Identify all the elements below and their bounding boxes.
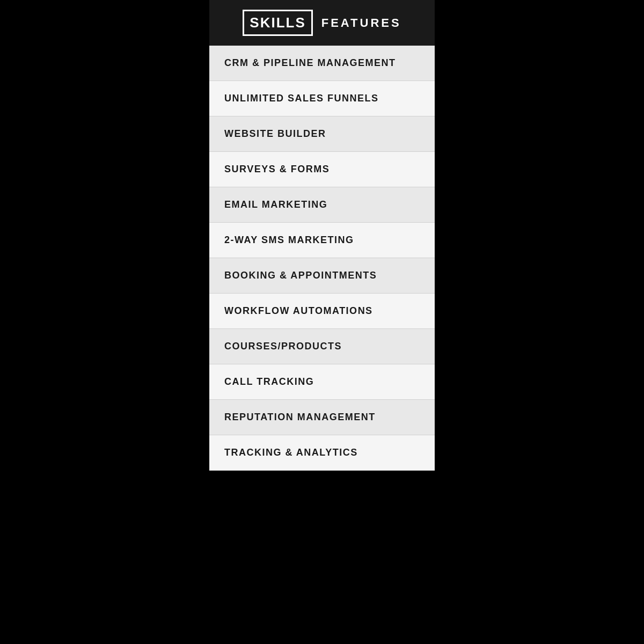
feature-item-tracking-analytics[interactable]: TRACKING & ANALYTICS <box>209 435 435 471</box>
feature-item-unlimited-funnels[interactable]: UNLIMITED SALES FUNNELS <box>209 81 435 116</box>
logo-text: SKILLS <box>250 14 305 31</box>
main-panel: SKILLS FEATURES CRM & PIPELINE MANAGEMEN… <box>209 0 435 471</box>
feature-item-courses-products[interactable]: COURSES/PRODUCTS <box>209 329 435 364</box>
header: SKILLS FEATURES <box>209 0 435 46</box>
feature-item-call-tracking[interactable]: CALL TRACKING <box>209 364 435 400</box>
features-label: FEATURES <box>321 16 401 30</box>
feature-item-booking-appointments[interactable]: BOOKING & APPOINTMENTS <box>209 258 435 294</box>
feature-item-website-builder[interactable]: WEBSITE BUILDER <box>209 116 435 152</box>
feature-item-workflow-automations[interactable]: WORKFLOW AUTOMATIONS <box>209 294 435 329</box>
features-list: CRM & PIPELINE MANAGEMENTUNLIMITED SALES… <box>209 46 435 471</box>
feature-item-sms-marketing[interactable]: 2-WAY SMS MARKETING <box>209 223 435 258</box>
skills-logo: SKILLS <box>243 10 312 36</box>
feature-item-reputation-management[interactable]: REPUTATION MANAGEMENT <box>209 400 435 435</box>
feature-item-crm-pipeline[interactable]: CRM & PIPELINE MANAGEMENT <box>209 46 435 81</box>
feature-item-surveys-forms[interactable]: SURVEYS & FORMS <box>209 152 435 187</box>
feature-item-email-marketing[interactable]: EMAIL MARKETING <box>209 187 435 223</box>
